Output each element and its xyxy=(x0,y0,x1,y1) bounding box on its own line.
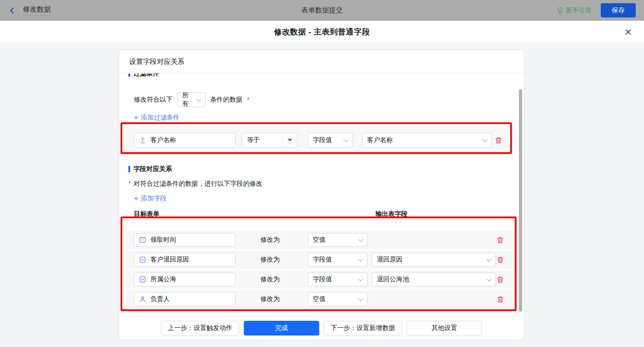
card-title: 设置字段对应关系 xyxy=(119,50,524,73)
chevron-down-icon xyxy=(486,276,491,281)
chevron-down-icon xyxy=(343,137,348,142)
add-filter-link[interactable]: + 添加过滤条件 xyxy=(134,114,179,122)
guide-label: 新手引导 xyxy=(566,6,592,15)
trash-icon[interactable] xyxy=(496,236,504,244)
next-step-button[interactable]: 下一步：设置新增数据 xyxy=(324,321,402,336)
svg-text:T: T xyxy=(141,137,144,143)
section-bar-icon xyxy=(128,74,130,77)
mapping-column-headers: 目标表单 输出表字段 xyxy=(126,210,512,221)
required-mark: * xyxy=(247,96,249,103)
save-button[interactable]: 保存 xyxy=(601,3,636,17)
mapping-row: 客户退回原因 修改为 字段值 退回原因 xyxy=(126,250,512,269)
modify-to-label: 修改为 xyxy=(260,275,281,284)
app-title: 表单数据提交 xyxy=(155,6,489,15)
mapping-description: 对符合过滤条件的数据，进行以下字段的修改 xyxy=(133,180,262,188)
card-footer: 上一步：设置触发动作 完成 下一步：设置新增数据 其他设置 xyxy=(119,316,524,340)
column-output-field: 输出表字段 xyxy=(375,210,408,218)
section-bar-icon xyxy=(128,166,130,172)
add-field-link[interactable]: + 添加字段 xyxy=(134,194,167,203)
filter-section-clip: 过滤条件 xyxy=(126,74,524,78)
card-scroll-area: 过滤条件 修改符合以下 所有 条件的数据 * + 添加过滤条件 xyxy=(119,74,524,316)
modify-mode-select[interactable]: 字段值 xyxy=(308,273,368,286)
mapping-row: 7 领取时间 修改为 空值 xyxy=(126,231,512,249)
person-icon xyxy=(139,296,146,303)
chevron-down-icon xyxy=(358,276,363,281)
svg-text:7: 7 xyxy=(142,239,144,242)
filter-field-input[interactable]: T 客户名称 xyxy=(134,133,236,148)
chevron-down-icon xyxy=(358,256,363,262)
operator-caret-box xyxy=(282,133,297,147)
match-condition-row: 修改符合以下 所有 条件的数据 * xyxy=(134,92,524,107)
prev-step-button[interactable]: 上一步：设置触发动作 xyxy=(161,321,239,336)
select-field-icon xyxy=(139,276,146,283)
done-button[interactable]: 完成 xyxy=(244,321,319,336)
chevron-down-icon xyxy=(358,296,363,301)
mapping-description-row: * 对符合过滤条件的数据，进行以下字段的修改 xyxy=(128,180,524,188)
trash-icon[interactable] xyxy=(496,296,504,303)
output-field-select[interactable]: 退回公海池 xyxy=(372,273,496,286)
mapping-row: 所属公海 修改为 字段值 退回公海池 xyxy=(126,270,512,289)
close-icon[interactable]: ✕ xyxy=(624,28,632,37)
text-field-icon: T xyxy=(139,137,146,144)
trash-icon[interactable] xyxy=(494,137,502,144)
target-field-input[interactable]: 所属公海 xyxy=(134,273,236,286)
filter-value-select[interactable]: 客户名称 xyxy=(362,133,492,148)
screen: 修改数据 表单数据提交 新手引导 保存 修改数据 - 主表到普通字段 ✕ 设置字… xyxy=(0,0,644,347)
modify-to-label: 修改为 xyxy=(260,236,281,244)
match-suffix: 条件的数据 xyxy=(210,96,242,104)
trash-icon[interactable] xyxy=(496,256,504,264)
chevron-down-icon xyxy=(196,97,201,102)
modify-to-label: 修改为 xyxy=(260,256,281,264)
target-field-input[interactable]: 7 领取时间 xyxy=(134,233,236,247)
match-type-select[interactable]: 所有 xyxy=(177,92,206,107)
mapping-section-title: 字段对应关系 xyxy=(128,165,524,173)
trash-icon[interactable] xyxy=(496,276,504,284)
caret-down-icon xyxy=(288,139,292,142)
select-field-icon xyxy=(139,256,146,263)
back-title[interactable]: 修改数据 xyxy=(23,5,51,16)
topbar-right: 新手引导 保存 xyxy=(489,3,636,17)
back-chevron-icon[interactable] xyxy=(8,6,17,15)
bulb-icon xyxy=(557,7,564,14)
mapping-row: 负责人 修改为 空值 xyxy=(126,290,512,308)
modal-titlebar: 修改数据 - 主表到普通字段 ✕ xyxy=(0,21,644,44)
match-prefix: 修改符合以下 xyxy=(134,96,172,104)
beginner-guide-link[interactable]: 新手引导 xyxy=(557,6,592,15)
chevron-down-icon xyxy=(482,137,487,142)
required-mark: * xyxy=(128,180,131,187)
chevron-down-icon xyxy=(486,256,491,262)
column-target-form: 目标表单 xyxy=(134,210,160,218)
modify-mode-select[interactable]: 空值 xyxy=(308,233,368,247)
value-type-select[interactable]: 字段值 xyxy=(308,133,353,148)
calendar-icon: 7 xyxy=(139,236,146,244)
target-field-input[interactable]: 客户退回原因 xyxy=(134,253,236,267)
filter-section-title: 过滤条件 xyxy=(128,74,524,78)
modify-mode-select[interactable]: 字段值 xyxy=(308,253,368,267)
target-field-input[interactable]: 负责人 xyxy=(134,292,236,306)
other-settings-button[interactable]: 其他设置 xyxy=(407,321,482,336)
filter-condition-row: T 客户名称 等于 字段值 客户名称 xyxy=(126,128,509,152)
plus-icon: + xyxy=(134,114,138,121)
topbar: 修改数据 表单数据提交 新手引导 保存 xyxy=(0,0,644,21)
chevron-down-icon xyxy=(358,237,363,242)
vertical-scrollbar[interactable] xyxy=(519,89,522,312)
settings-card: 设置字段对应关系 过滤条件 修改符合以下 所有 条件的数据 * xyxy=(119,50,524,340)
modify-to-label: 修改为 xyxy=(260,295,281,303)
operator-select[interactable]: 等于 xyxy=(242,133,297,148)
modal-title: 修改数据 - 主表到普通字段 xyxy=(274,27,370,37)
modify-mode-select[interactable]: 空值 xyxy=(308,292,368,306)
output-field-select[interactable]: 退回原因 xyxy=(372,253,496,267)
topbar-left: 修改数据 xyxy=(8,5,155,16)
plus-icon: + xyxy=(134,195,138,202)
